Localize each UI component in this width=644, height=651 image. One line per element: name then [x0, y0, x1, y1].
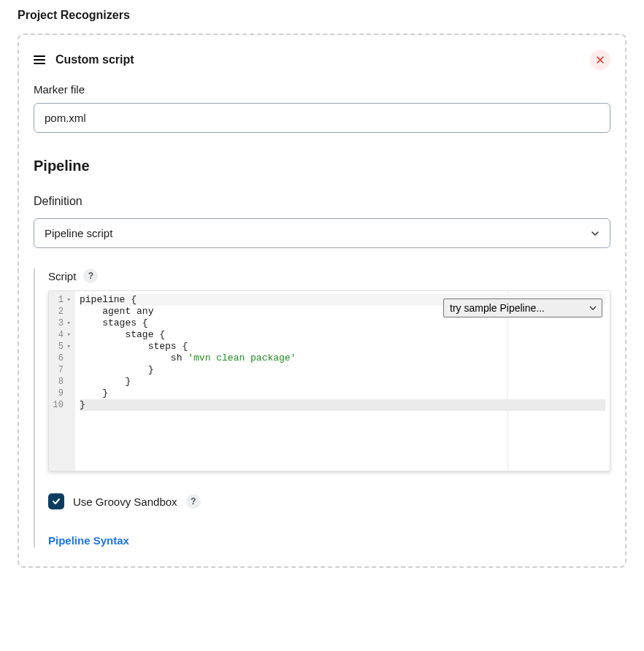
code-lines[interactable]: pipeline { agent any stages { stage { st…: [75, 291, 610, 471]
code-line[interactable]: }: [80, 376, 605, 388]
pipeline-syntax-link[interactable]: Pipeline Syntax: [48, 534, 129, 547]
sandbox-label: Use Groovy Sandbox: [73, 496, 177, 508]
gutter-row: 1▾: [52, 294, 71, 306]
script-block: Script ? 1▾23▾4▾5▾678910 pipeline { agen…: [34, 269, 610, 547]
gutter-row: 2: [52, 306, 71, 317]
sandbox-row: Use Groovy Sandbox ?: [48, 493, 610, 509]
gutter-row: 8: [52, 376, 71, 388]
fold-triangle-icon[interactable]: ▾: [65, 294, 71, 306]
sandbox-help-button[interactable]: ?: [186, 494, 201, 509]
code-line[interactable]: stages {: [80, 317, 605, 329]
code-line[interactable]: }: [80, 364, 605, 376]
sandbox-checkbox[interactable]: [48, 493, 64, 509]
gutter-row: 4▾: [52, 329, 71, 341]
check-icon: [51, 496, 61, 506]
code-line[interactable]: steps {: [80, 341, 605, 353]
config-title: Custom script: [55, 53, 134, 66]
close-button[interactable]: [590, 50, 610, 70]
sample-pipeline-select[interactable]: try sample Pipeline...: [443, 298, 602, 317]
script-help-button[interactable]: ?: [83, 269, 98, 283]
code-line[interactable]: }: [80, 388, 605, 399]
drag-handle-icon[interactable]: [34, 54, 45, 66]
fold-triangle-icon[interactable]: ▾: [65, 317, 71, 329]
script-label: Script: [48, 270, 76, 282]
config-header: Custom script: [34, 50, 610, 70]
code-line[interactable]: stage {: [80, 329, 605, 341]
definition-label: Definition: [34, 195, 610, 208]
marker-file-label: Marker file: [34, 83, 610, 96]
config-header-left: Custom script: [34, 53, 134, 66]
code-editor[interactable]: 1▾23▾4▾5▾678910 pipeline { agent any sta…: [48, 290, 610, 471]
script-header: Script ?: [48, 269, 610, 283]
gutter-row: 5▾: [52, 341, 71, 353]
gutter-row: 9: [52, 388, 71, 399]
marker-file-input[interactable]: [34, 103, 610, 133]
code-line[interactable]: }: [80, 399, 605, 411]
definition-select[interactable]: Pipeline script: [34, 218, 610, 248]
page-title: Project Recognizers: [18, 9, 626, 22]
pipeline-section-title: Pipeline: [34, 158, 610, 174]
gutter-row: 3▾: [52, 317, 71, 329]
fold-triangle-icon[interactable]: ▾: [65, 329, 71, 341]
close-icon: [596, 55, 605, 64]
definition-select-wrap: Pipeline script: [34, 218, 610, 248]
gutter: 1▾23▾4▾5▾678910: [49, 291, 75, 471]
code-line[interactable]: sh 'mvn clean package': [80, 353, 605, 364]
fold-triangle-icon[interactable]: ▾: [65, 341, 71, 353]
gutter-row: 6: [52, 353, 71, 364]
gutter-row: 7: [52, 364, 71, 376]
sample-select-wrap: try sample Pipeline...: [443, 298, 602, 317]
gutter-row: 10: [52, 399, 71, 411]
recognizer-config-box: Custom script Marker file Pipeline Defin…: [18, 34, 626, 568]
code-body: 1▾23▾4▾5▾678910 pipeline { agent any sta…: [49, 291, 610, 471]
